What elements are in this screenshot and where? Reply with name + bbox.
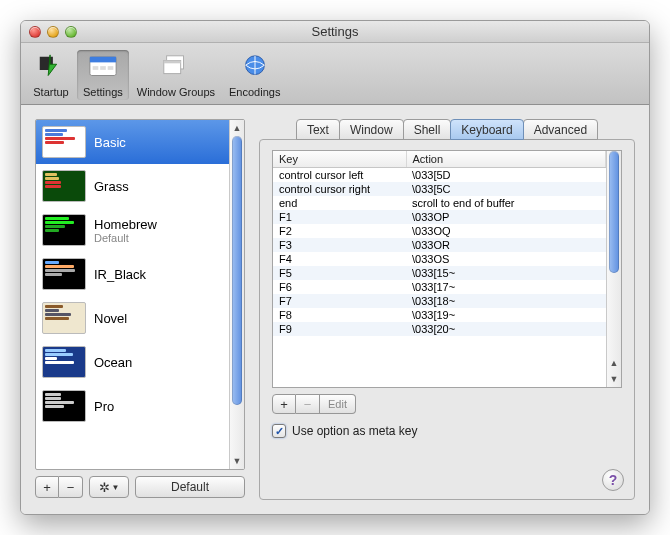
tab-text[interactable]: Text xyxy=(296,119,340,140)
tab-advanced[interactable]: Advanced xyxy=(523,119,598,140)
profile-row[interactable]: HomebrewDefault xyxy=(36,208,229,252)
scroll-down-icon[interactable]: ▼ xyxy=(607,371,621,387)
key-cell: F1 xyxy=(273,210,406,224)
settings-icon xyxy=(87,52,119,84)
key-cell: F2 xyxy=(273,224,406,238)
scroll-track[interactable] xyxy=(607,151,621,355)
table-row[interactable]: control cursor left\033[5D xyxy=(273,168,606,183)
help-button[interactable]: ? xyxy=(602,469,624,491)
startup-icon xyxy=(35,52,67,84)
option-meta-row[interactable]: ✓ Use option as meta key xyxy=(272,424,622,438)
scroll-thumb[interactable] xyxy=(609,151,619,273)
table-row[interactable]: F6\033[17~ xyxy=(273,280,606,294)
profile-name: Grass xyxy=(94,179,129,194)
table-row[interactable]: F8\033[19~ xyxy=(273,308,606,322)
scrollbar[interactable]: ▲ ▼ xyxy=(229,120,244,469)
table-row[interactable]: F2\033OQ xyxy=(273,224,606,238)
column-key[interactable]: Key xyxy=(273,151,406,168)
key-cell: F4 xyxy=(273,252,406,266)
add-keybinding-button[interactable]: + xyxy=(272,394,296,414)
scroll-down-icon[interactable]: ▼ xyxy=(230,453,244,469)
profile-name: Ocean xyxy=(94,355,132,370)
scroll-track[interactable] xyxy=(230,136,244,453)
key-cell: F8 xyxy=(273,308,406,322)
remove-profile-button[interactable]: − xyxy=(59,476,83,498)
profile-name: Homebrew xyxy=(94,217,157,232)
profile-list[interactable]: BasicGrassHomebrewDefaultIR_BlackNovelOc… xyxy=(35,119,245,470)
profile-thumbnail xyxy=(42,126,86,158)
profile-name: Basic xyxy=(94,135,126,150)
profile-row[interactable]: Novel xyxy=(36,296,229,340)
table-row[interactable]: control cursor right\033[5C xyxy=(273,182,606,196)
table-row[interactable]: F7\033[18~ xyxy=(273,294,606,308)
table-row[interactable]: F9\033[20~ xyxy=(273,322,606,336)
profile-name: Pro xyxy=(94,399,114,414)
profile-thumbnail xyxy=(42,390,86,422)
profile-actions-button[interactable]: ✲ ▼ xyxy=(89,476,129,498)
scrollbar[interactable]: ▲ ▼ xyxy=(606,151,621,387)
close-button[interactable] xyxy=(29,26,41,38)
set-default-button[interactable]: Default xyxy=(135,476,245,498)
sidebar-buttons: + − ✲ ▼ Default xyxy=(35,476,245,500)
toolbar: Startup Settings Window Groups Encodings xyxy=(21,43,649,105)
chevron-down-icon: ▼ xyxy=(112,483,120,492)
toolbar-startup[interactable]: Startup xyxy=(27,50,75,100)
toolbar-window-groups[interactable]: Window Groups xyxy=(131,50,221,100)
add-profile-button[interactable]: + xyxy=(35,476,59,498)
scroll-thumb[interactable] xyxy=(232,136,242,405)
profile-thumbnail xyxy=(42,170,86,202)
table-row[interactable]: F5\033[15~ xyxy=(273,266,606,280)
profile-row[interactable]: Ocean xyxy=(36,340,229,384)
scroll-up-icon[interactable]: ▲ xyxy=(607,355,621,371)
titlebar: Settings xyxy=(21,21,649,43)
action-cell: \033[5D xyxy=(406,168,606,183)
key-cell: control cursor right xyxy=(273,182,406,196)
tab-bar: TextWindowShellKeyboardAdvanced xyxy=(259,119,635,140)
action-cell: \033[20~ xyxy=(406,322,606,336)
toolbar-settings[interactable]: Settings xyxy=(77,50,129,100)
sidebar: BasicGrassHomebrewDefaultIR_BlackNovelOc… xyxy=(35,119,245,500)
table-row[interactable]: F4\033OS xyxy=(273,252,606,266)
key-cell: F6 xyxy=(273,280,406,294)
profile-row[interactable]: Pro xyxy=(36,384,229,428)
settings-window: Settings Startup Settings Window Groups xyxy=(20,20,650,515)
toolbar-label: Window Groups xyxy=(137,86,215,98)
edit-keybinding-button[interactable]: Edit xyxy=(320,394,356,414)
remove-keybinding-button[interactable]: − xyxy=(296,394,320,414)
traffic-lights xyxy=(29,26,77,38)
svg-rect-3 xyxy=(93,66,99,70)
table-buttons: + − Edit xyxy=(272,394,622,414)
action-cell: \033[18~ xyxy=(406,294,606,308)
toolbar-encodings[interactable]: Encodings xyxy=(223,50,286,100)
key-cell: F9 xyxy=(273,322,406,336)
profile-thumbnail xyxy=(42,302,86,334)
key-cell: control cursor left xyxy=(273,168,406,183)
option-meta-checkbox[interactable]: ✓ xyxy=(272,424,286,438)
tab-shell[interactable]: Shell xyxy=(403,119,452,140)
profile-thumbnail xyxy=(42,214,86,246)
scroll-up-icon[interactable]: ▲ xyxy=(230,120,244,136)
window-title: Settings xyxy=(21,24,649,39)
tab-window[interactable]: Window xyxy=(339,119,404,140)
option-meta-label: Use option as meta key xyxy=(292,424,417,438)
action-cell: \033OS xyxy=(406,252,606,266)
key-cell: F7 xyxy=(273,294,406,308)
window-groups-icon xyxy=(160,52,192,84)
action-cell: \033[5C xyxy=(406,182,606,196)
svg-rect-2 xyxy=(90,57,116,63)
keybindings-table[interactable]: Key Action control cursor left\033[5Dcon… xyxy=(272,150,622,388)
zoom-button[interactable] xyxy=(65,26,77,38)
profile-row[interactable]: Basic xyxy=(36,120,229,164)
table-row[interactable]: F1\033OP xyxy=(273,210,606,224)
content-area: BasicGrassHomebrewDefaultIR_BlackNovelOc… xyxy=(21,105,649,514)
table-row[interactable]: F3\033OR xyxy=(273,238,606,252)
tab-keyboard[interactable]: Keyboard xyxy=(450,119,523,140)
profile-row[interactable]: IR_Black xyxy=(36,252,229,296)
profile-name: Novel xyxy=(94,311,127,326)
minimize-button[interactable] xyxy=(47,26,59,38)
column-action[interactable]: Action xyxy=(406,151,606,168)
key-cell: end xyxy=(273,196,406,210)
action-cell: \033OP xyxy=(406,210,606,224)
table-row[interactable]: endscroll to end of buffer xyxy=(273,196,606,210)
profile-row[interactable]: Grass xyxy=(36,164,229,208)
